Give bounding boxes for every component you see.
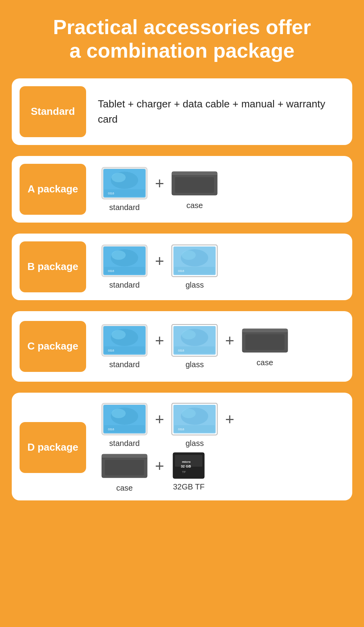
case-icon-c: [241, 326, 288, 355]
c-glass-group: 0316 glass: [171, 324, 218, 369]
a-plus-1: +: [155, 175, 164, 192]
c-package-label: C package: [20, 321, 86, 372]
a-package-card: A package 0316 standard +: [12, 156, 352, 223]
a-standard-label: standard: [109, 203, 140, 212]
svg-text:TF: TF: [182, 470, 186, 474]
standard-package-content: Tablet + charger + data cable + manual +…: [98, 96, 344, 127]
b-package-label: B package: [20, 241, 86, 292]
svg-rect-35: [172, 324, 217, 356]
svg-rect-9: [175, 177, 214, 193]
tablet-icon-c: 0316: [101, 324, 148, 357]
c-plus-2: +: [225, 332, 234, 350]
b-glass-group: 0316 glass: [171, 244, 218, 290]
case-icon-d: [101, 451, 148, 480]
d-sd-group: micro 32 GB TF 32GB TF: [171, 452, 206, 491]
tablet-icon-d: 0316: [101, 402, 148, 436]
d-row-1: 0316 standard + 0316 glass: [98, 402, 344, 448]
b-standard-label: standard: [109, 281, 140, 290]
svg-text:0316: 0316: [108, 349, 114, 352]
svg-rect-37: [242, 329, 288, 333]
b-plus-1: +: [155, 252, 164, 270]
svg-text:0316: 0316: [108, 192, 114, 195]
svg-text:micro: micro: [182, 460, 191, 464]
a-case-label: case: [186, 201, 203, 210]
svg-text:32 GB: 32 GB: [181, 464, 191, 468]
svg-rect-22: [172, 245, 217, 277]
tablet-icon-b: 0316: [101, 244, 148, 277]
d-package-content: 0316 standard + 0316 glass: [98, 402, 344, 493]
d-sd-label: 32GB TF: [173, 482, 205, 491]
a-case-group: case: [171, 169, 218, 210]
tablet-icon: 0316: [101, 167, 148, 200]
svg-point-3: [112, 173, 126, 182]
a-package-label: A package: [20, 164, 86, 215]
svg-rect-39: [245, 334, 285, 350]
c-case-group: case: [241, 326, 288, 367]
c-case-label: case: [257, 358, 273, 367]
c-plus-1: +: [155, 332, 164, 350]
glass-icon-d: 0316: [171, 402, 218, 436]
a-tablet-group: 0316 standard: [101, 167, 148, 212]
d-glass-group: 0316 glass: [171, 402, 218, 448]
d-case-group: case: [101, 451, 148, 493]
svg-point-43: [112, 409, 126, 418]
svg-rect-7: [172, 172, 217, 176]
svg-rect-54: [102, 454, 147, 458]
d-plus-2: +: [225, 411, 234, 428]
b-package-content: 0316 standard + 0316 glass: [98, 244, 344, 290]
b-package-card: B package 0316 standard +: [12, 234, 352, 300]
d-package-label: D package: [20, 422, 86, 473]
a-package-content: 0316 standard + case: [98, 167, 344, 212]
glass-icon-b: 0316: [171, 244, 218, 277]
page-title: Practical accessories offer a combinatio…: [12, 12, 352, 67]
d-row-2: case + micro 32 GB TF 32GB TF: [98, 451, 344, 493]
svg-rect-56: [105, 460, 144, 475]
standard-package-label: Standard: [20, 86, 86, 137]
c-glass-label: glass: [186, 360, 204, 369]
svg-point-26: [112, 330, 126, 339]
sd-card-icon: micro 32 GB TF: [171, 452, 206, 479]
glass-icon-c: 0316: [171, 324, 218, 357]
standard-package-card: Standard Tablet + charger + data cable +…: [12, 78, 352, 145]
d-plus-1: +: [155, 411, 164, 428]
c-tablet-group: 0316 standard: [101, 324, 148, 369]
d-glass-label: glass: [186, 439, 204, 448]
page-wrapper: Practical accessories offer a combinatio…: [0, 0, 364, 527]
c-package-content: 0316 standard + 0316 glass +: [98, 324, 344, 369]
d-standard-label: standard: [109, 439, 140, 448]
svg-text:0316: 0316: [108, 270, 114, 272]
c-package-card: C package 0316 standard +: [12, 311, 352, 382]
b-tablet-group: 0316 standard: [101, 244, 148, 290]
c-standard-label: standard: [109, 360, 140, 369]
case-icon: [171, 169, 218, 198]
d-tablet-group: 0316 standard: [101, 402, 148, 448]
svg-rect-52: [172, 403, 217, 435]
svg-text:0316: 0316: [108, 428, 114, 431]
d-package-card: D package 0316 standard +: [12, 393, 352, 500]
b-glass-label: glass: [186, 281, 204, 290]
d-plus-3: +: [155, 457, 164, 475]
standard-description: Tablet + charger + data cable + manual +…: [98, 96, 344, 127]
svg-point-13: [112, 250, 126, 260]
d-case-label: case: [116, 484, 133, 493]
